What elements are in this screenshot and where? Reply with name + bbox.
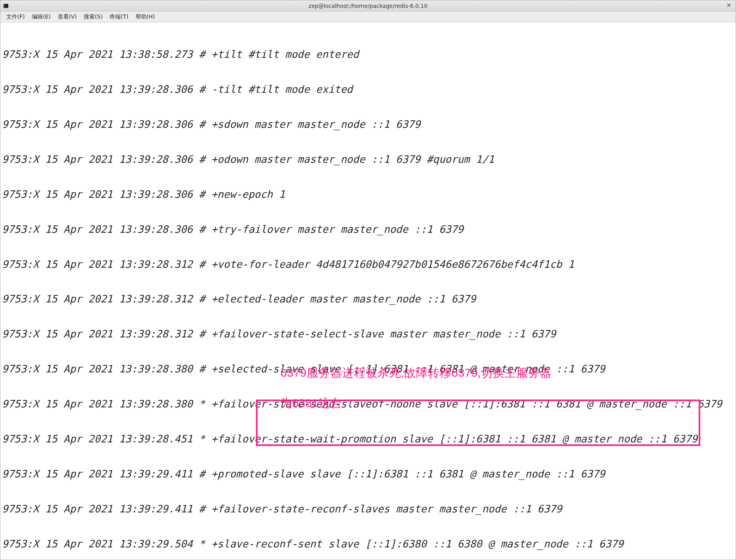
menu-help[interactable]: 帮助(H)	[132, 12, 158, 22]
log-line: 9753:X 15 Apr 2021 13:39:29.411 # +promo…	[2, 468, 733, 480]
log-line: 9753:X 15 Apr 2021 13:39:28.306 # +odown…	[2, 154, 733, 166]
log-line: 9753:X 15 Apr 2021 13:39:28.306 # -tilt …	[2, 84, 733, 96]
log-line: 9753:X 15 Apr 2021 13:39:28.306 # +try-f…	[2, 224, 733, 236]
log-line: 9753:X 15 Apr 2021 13:39:28.312 # +vote-…	[2, 259, 733, 271]
log-line: 9753:X 15 Apr 2021 13:39:29.411 # +failo…	[2, 503, 733, 515]
menu-file[interactable]: 文件(F)	[3, 12, 28, 22]
log-line: 9753:X 15 Apr 2021 13:39:28.451 * +failo…	[2, 433, 733, 445]
window-title: zxp@localhost:/home/package/redis-6.0.10	[309, 3, 428, 9]
log-line: 9753:X 15 Apr 2021 13:39:28.380 # +selec…	[2, 363, 733, 375]
log-line: 9753:X 15 Apr 2021 13:39:28.306 # +sdown…	[2, 119, 733, 131]
menu-edit[interactable]: 编辑(E)	[28, 12, 54, 22]
menu-view[interactable]: 查看(V)	[54, 12, 81, 22]
log-line: 9753:X 15 Apr 2021 13:38:58.273 # +tilt …	[2, 49, 733, 61]
annotation-text: 6379服务器进程被杀死,故障转移6379,切换主服务器 为6381这台	[261, 350, 552, 426]
terminal-window: zxp@localhost:/home/package/redis-6.0.10…	[0, 0, 736, 560]
menubar: 文件(F) 编辑(E) 查看(V) 搜索(S) 终端(T) 帮助(H)	[0, 11, 736, 22]
log-line: 9753:X 15 Apr 2021 13:39:28.312 # +failo…	[2, 328, 733, 340]
log-line: 9753:X 15 Apr 2021 13:39:28.306 # +new-e…	[2, 189, 733, 201]
terminal-app-icon	[3, 3, 9, 9]
terminal-output[interactable]: 9753:X 15 Apr 2021 13:38:58.273 # +tilt …	[0, 22, 736, 560]
window-titlebar: zxp@localhost:/home/package/redis-6.0.10…	[0, 0, 736, 11]
log-line: 9753:X 15 Apr 2021 13:39:28.380 * +failo…	[2, 398, 733, 410]
menu-terminal[interactable]: 终端(T)	[106, 12, 132, 22]
window-close-button[interactable]: ×	[725, 2, 732, 9]
log-line: 9753:X 15 Apr 2021 13:39:29.504 * +slave…	[2, 538, 733, 550]
log-line: 9753:X 15 Apr 2021 13:39:28.312 # +elect…	[2, 293, 733, 305]
menu-search[interactable]: 搜索(S)	[80, 12, 106, 22]
